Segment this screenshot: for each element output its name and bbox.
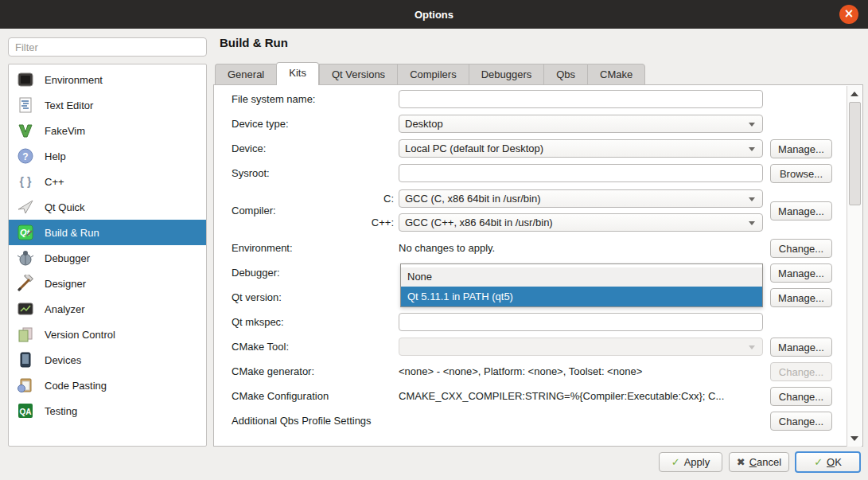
compiler-cpp-label: C++: xyxy=(370,215,394,231)
kits-panel: File system name: Device type: Desktop D… xyxy=(213,84,863,447)
apply-label: Apply xyxy=(684,456,710,468)
cmake-generator-value: <none> - <none>, Platform: <none>, Tools… xyxy=(399,364,642,380)
filter-input[interactable] xyxy=(8,37,207,57)
tab-qt-versions[interactable]: Qt Versions xyxy=(319,64,397,85)
tab-debuggers[interactable]: Debuggers xyxy=(469,64,544,85)
debugger-manage-button[interactable]: Manage... xyxy=(770,263,832,283)
compiler-manage-button[interactable]: Manage... xyxy=(770,201,832,220)
file-system-name-label: File system name: xyxy=(232,92,315,107)
cmake-configuration-change-button[interactable]: Change... xyxy=(770,387,832,406)
compiler-c-combo[interactable]: GCC (C, x86 64bit in /usr/bin) xyxy=(399,189,763,208)
scroll-down-button[interactable] xyxy=(848,432,861,445)
environment-change-button[interactable]: Change... xyxy=(770,239,832,258)
svg-text:{ }: { } xyxy=(20,175,32,188)
check-icon: ✓ xyxy=(671,457,680,467)
sidebar-item-label: Analyzer xyxy=(45,303,85,315)
sidebar-item-label: Code Pasting xyxy=(45,380,107,392)
window-title: Options xyxy=(415,9,453,21)
compiler-cpp-value: GCC (C++, x86 64bit in /usr/bin) xyxy=(405,217,553,228)
tab-compilers[interactable]: Compilers xyxy=(397,64,469,85)
compiler-cpp-combo[interactable]: GCC (C++, x86 64bit in /usr/bin) xyxy=(399,213,763,232)
up-arrow-icon xyxy=(850,92,858,96)
sidebar-item-code-pasting[interactable]: Code Pasting xyxy=(9,373,206,398)
sidebar-item-text-editor[interactable]: Text Editor xyxy=(9,92,206,118)
apply-button[interactable]: ✓ Apply xyxy=(659,452,722,472)
dropdown-option-qt5[interactable]: Qt 5.11.1 in PATH (qt5) xyxy=(401,287,762,306)
text-editor-icon xyxy=(16,96,35,115)
sidebar-item-label: Devices xyxy=(45,354,81,366)
svg-text:?: ? xyxy=(22,151,28,162)
ok-button[interactable]: ✓ OK xyxy=(795,451,861,473)
device-type-combo[interactable]: Desktop xyxy=(399,115,763,133)
scrollbar-thumb[interactable] xyxy=(849,102,861,205)
designer-icon xyxy=(16,274,35,293)
sidebar-item-debugger[interactable]: Debugger xyxy=(9,245,206,271)
sidebar-item-cpp[interactable]: { } C++ xyxy=(9,169,206,194)
chevron-down-icon xyxy=(749,147,755,151)
cmake-tool-combo xyxy=(399,338,763,356)
sysroot-input[interactable] xyxy=(399,164,763,182)
sidebar-item-label: Qt Quick xyxy=(45,201,85,213)
svg-text:Qt: Qt xyxy=(20,228,31,237)
device-manage-button[interactable]: Manage... xyxy=(770,139,832,158)
qt-version-manage-button[interactable]: Manage... xyxy=(770,288,832,307)
sidebar-item-analyzer[interactable]: Analyzer xyxy=(9,296,206,322)
dropdown-option-none[interactable]: None xyxy=(401,267,762,287)
svg-text:QA: QA xyxy=(20,408,32,416)
sidebar-item-label: Text Editor xyxy=(45,100,93,111)
close-icon: × xyxy=(844,8,854,20)
compiler-c-label: C: xyxy=(370,191,394,207)
scroll-up-button[interactable] xyxy=(848,88,861,100)
chevron-down-icon xyxy=(749,197,755,201)
analyzer-icon xyxy=(16,299,35,318)
debugger-icon xyxy=(16,248,35,267)
environment-value: No changes to apply. xyxy=(399,240,495,256)
sidebar-item-label: Help xyxy=(45,150,66,162)
sidebar-item-environment[interactable]: Environment xyxy=(9,67,206,92)
cancel-button[interactable]: ✖ Cancel xyxy=(729,452,789,472)
cmake-configuration-value: CMAKE_CXX_COMPILER:STRING=%{Compiler:Exe… xyxy=(399,388,724,404)
sidebar-item-build-run[interactable]: Qt Build & Run xyxy=(9,220,206,245)
ok-label: OK xyxy=(827,456,842,468)
sidebar-item-fakevim[interactable]: FakeVim xyxy=(9,118,206,143)
device-combo[interactable]: Local PC (default for Desktop) xyxy=(399,139,763,158)
tab-cmake[interactable]: CMake xyxy=(587,64,645,85)
down-arrow-icon xyxy=(850,436,858,441)
sidebar-item-version-control[interactable]: Version Control xyxy=(9,322,206,347)
qt-quick-icon xyxy=(16,197,35,217)
qt-mkspec-input[interactable] xyxy=(399,313,763,331)
sidebar-item-designer[interactable]: Designer xyxy=(9,271,206,296)
tab-general[interactable]: General xyxy=(215,64,276,85)
compiler-c-value: GCC (C, x86 64bit in /usr/bin) xyxy=(405,193,541,205)
sidebar-item-testing[interactable]: QA Testing xyxy=(9,398,206,423)
sysroot-label: Sysroot: xyxy=(232,166,270,181)
cmake-tool-manage-button[interactable]: Manage... xyxy=(770,338,832,357)
file-system-name-input[interactable] xyxy=(399,90,763,108)
sysroot-browse-button[interactable]: Browse... xyxy=(770,164,832,183)
debugger-label: Debugger: xyxy=(232,265,280,281)
vertical-scrollbar[interactable] xyxy=(847,86,862,447)
close-button[interactable]: × xyxy=(839,5,858,24)
check-icon: ✓ xyxy=(814,457,823,467)
device-value: Local PC (default for Desktop) xyxy=(405,142,543,154)
sidebar-item-label: Version Control xyxy=(45,329,115,341)
cmake-configuration-label: CMake Configuration xyxy=(232,388,329,404)
environment-label: Environment: xyxy=(232,240,293,256)
cmake-generator-label: CMake generator: xyxy=(232,364,314,380)
sidebar-item-label: Debugger xyxy=(45,252,90,264)
sidebar-item-label: Designer xyxy=(45,278,86,290)
tab-kits[interactable]: Kits xyxy=(276,62,319,85)
device-type-value: Desktop xyxy=(405,118,443,130)
tab-qbs[interactable]: Qbs xyxy=(543,64,587,85)
chevron-down-icon xyxy=(749,345,755,349)
qt-version-label: Qt version: xyxy=(232,290,282,306)
qbs-profile-change-button[interactable]: Change... xyxy=(770,412,832,431)
titlebar: Options × xyxy=(0,0,868,29)
fakevim-icon xyxy=(16,121,35,140)
device-label: Device: xyxy=(232,141,266,157)
sidebar-item-devices[interactable]: Devices xyxy=(9,347,206,373)
chevron-down-icon xyxy=(749,221,755,225)
sidebar-item-qt-quick[interactable]: Qt Quick xyxy=(9,194,206,220)
category-list: Environment Text Editor FakeVim ? Help {… xyxy=(8,64,207,447)
sidebar-item-help[interactable]: ? Help xyxy=(9,143,206,169)
